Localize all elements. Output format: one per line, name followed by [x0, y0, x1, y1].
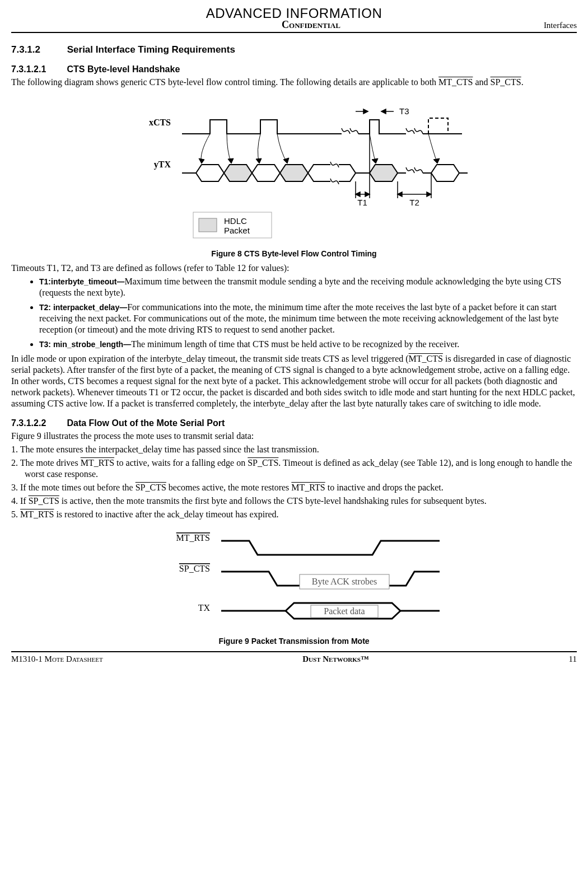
step-2: 2. The mote drives MT_RTS to active, wai… — [11, 457, 577, 480]
text: is restored to inactive after the ack_de… — [54, 509, 278, 519]
bullet-t3: T3: min_strobe_length—The minimum length… — [39, 339, 577, 350]
text: In idle mode or upon expiration of the i… — [11, 354, 409, 363]
heading-number: 7.3.1.2.2 — [11, 418, 64, 428]
signal-mt-rts: MT_RTS — [291, 483, 325, 492]
text: 2. The mote drives — [11, 458, 81, 467]
svg-marker-19 — [365, 192, 370, 197]
figure-9-svg: MT_RTS SP_CTS Byte ACK strobes TX Packet… — [137, 527, 451, 628]
signal-sp-cts: SP_CTS — [248, 458, 278, 467]
svg-marker-23 — [398, 192, 402, 197]
heading-7-3-1-2: 7.3.1.2 Serial Interface Timing Requirem… — [11, 44, 577, 55]
page-header: Confidential Interfaces — [11, 19, 577, 33]
heading-title: CTS Byte-level Handshake — [67, 64, 180, 74]
label-xcts: xCTS — [149, 118, 171, 127]
heading-7-3-1-2-1: 7.3.1.2.1 CTS Byte-level Handshake — [11, 64, 577, 74]
svg-marker-18 — [356, 192, 360, 197]
footer-left: M1310-1 Mote Datasheet — [11, 654, 103, 664]
header-confidential: Confidential — [78, 19, 544, 31]
text: to active, waits for a falling edge on — [114, 458, 248, 467]
body-t3: The minimum length of time that CTS must… — [131, 339, 459, 349]
svg-marker-13 — [372, 158, 378, 163]
signal-mt-cts: MT_CTS — [438, 77, 473, 87]
svg-marker-24 — [427, 192, 431, 197]
text: The following diagram shows generic CTS … — [11, 77, 438, 87]
label-tx: TX — [198, 603, 211, 613]
legend-packet: Packet — [224, 226, 250, 235]
numbered-steps: 1. The mote ensures the interpacket_dela… — [11, 444, 577, 520]
para-intro-73121: The following diagram shows generic CTS … — [11, 77, 577, 88]
text: 4. If — [11, 496, 29, 506]
heading-title: Serial Interface Timing Requirements — [67, 44, 235, 55]
svg-marker-9 — [199, 158, 204, 163]
text: 3. If the mote times out before the — [11, 483, 136, 492]
step-3: 3. If the mote times out before the SP_C… — [11, 482, 577, 493]
signal-mt-rts: MT_RTS — [81, 458, 114, 467]
header-section: Interfaces — [544, 21, 577, 30]
para-idle-mode: In idle mode or upon expiration of the i… — [11, 353, 577, 409]
svg-marker-12 — [283, 158, 289, 163]
footer-center: Dust Networks™ — [302, 654, 369, 663]
bullet-t2: T2: interpacket_delay—For communications… — [39, 302, 577, 335]
heading-number: 7.3.1.2 — [11, 44, 64, 55]
step-5: 5. MT_RTS is restored to inactive after … — [11, 509, 577, 520]
svg-marker-10 — [228, 158, 234, 163]
heading-7-3-1-2-2: 7.3.1.2.2 Data Flow Out of the Mote Seri… — [11, 418, 577, 428]
signal-mt-cts: MT_CTS — [409, 354, 443, 363]
label-t2: T2 — [409, 198, 419, 207]
figure-8-caption: Figure 8 CTS Byte-level Flow Control Tim… — [11, 249, 577, 258]
label-t3: T3 — [399, 106, 409, 116]
signal-sp-cts: SP_CTS — [29, 496, 59, 506]
label-byte-ack: Byte ACK strobes — [312, 577, 377, 587]
svg-marker-3 — [381, 109, 386, 114]
figure-8: xCTS T3 yTX — [11, 95, 577, 242]
text: is active, then the mote transmits the f… — [59, 496, 487, 506]
para-intro-73122: Figure 9 illustrates the process the mot… — [11, 431, 577, 442]
signal-sp-cts: SP_CTS — [136, 483, 166, 492]
signal-sp-cts: SP_CTS — [491, 77, 521, 87]
label-packet-data: Packet data — [324, 606, 365, 616]
label-ytx: yTX — [154, 160, 171, 170]
para-timeouts-intro: Timeouts T1, T2, and T3 are defined as f… — [11, 263, 577, 274]
signal-mt-rts: MT_RTS — [20, 509, 54, 519]
figure-8-svg: xCTS T3 yTX — [115, 95, 473, 240]
text: 5. — [11, 509, 20, 519]
svg-marker-14 — [433, 158, 440, 163]
svg-rect-26 — [199, 218, 217, 232]
bullet-t1: T1:interbyte_timeout—Maximum time betwee… — [39, 276, 577, 298]
heading-title: Data Flow Out of the Mote Serial Port — [67, 418, 225, 428]
timeout-bullet-list: T1:interbyte_timeout—Maximum time betwee… — [11, 276, 577, 350]
text: to inactive and drops the packet. — [325, 483, 444, 492]
term-t2: T2: interpacket_delay— — [39, 303, 127, 312]
step-1: 1. The mote ensures the interpacket_dela… — [11, 444, 577, 455]
figure-9: MT_RTS SP_CTS Byte ACK strobes TX Packet… — [11, 527, 577, 630]
figure-9-caption: Figure 9 Packet Transmission from Mote — [11, 637, 577, 646]
heading-number: 7.3.1.2.1 — [11, 64, 64, 74]
text: . — [521, 77, 524, 87]
text: and — [473, 77, 490, 87]
term-t3: T3: min_strobe_length— — [39, 340, 131, 349]
label-mt-rts: MT_RTS — [176, 533, 210, 543]
step-4: 4. If SP_CTS is active, then the mote tr… — [11, 495, 577, 507]
svg-marker-11 — [256, 158, 262, 163]
text: becomes active, the mote restores — [166, 483, 291, 492]
legend-hdlc: HDLC — [224, 216, 247, 226]
svg-marker-1 — [363, 109, 368, 114]
label-sp-cts: SP_CTS — [179, 564, 210, 573]
footer-page-number: 11 — [569, 654, 577, 664]
term-t1: T1:interbyte_timeout— — [39, 277, 124, 286]
page-footer: M1310-1 Mote Datasheet Dust Networks™ 11 — [11, 651, 577, 664]
label-t1: T1 — [357, 198, 367, 207]
